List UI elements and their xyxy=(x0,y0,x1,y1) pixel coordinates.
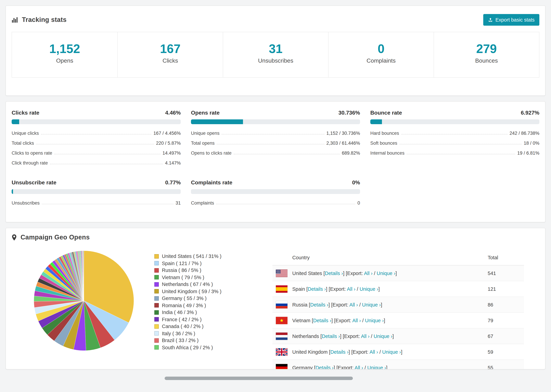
rate-row-value: 18 / 0% xyxy=(524,140,539,146)
stat-label: Unsubscribes xyxy=(223,57,328,64)
legend-label: Netherlands ( 67 / 4% ) xyxy=(162,282,213,287)
stat-clicks: 167Clicks xyxy=(117,32,223,77)
geo-legend: United States ( 541 / 31% )Spain ( 121 /… xyxy=(154,253,221,351)
details-link[interactable]: Details › xyxy=(325,270,343,276)
geo-table-header: Country Total xyxy=(272,250,524,266)
export-all-link[interactable]: All › xyxy=(364,270,373,276)
rate-row-hard-bounces: Hard bounces242 / 86.738% xyxy=(370,128,539,138)
flag-nl-icon xyxy=(276,332,288,340)
flag-gb-icon xyxy=(276,348,288,356)
country-name: United States xyxy=(292,270,322,276)
dotted-leader xyxy=(50,164,163,164)
stat-unsubscribes: 31Unsubscribes xyxy=(223,32,328,77)
legend-item-spain: Spain ( 121 / 7% ) xyxy=(154,260,221,267)
geo-row-united-states: United States [Details ›] [Export: All ›… xyxy=(272,266,524,281)
country-name: Spain xyxy=(292,286,305,292)
rate-row-value: 31 xyxy=(176,200,181,206)
legend-label: Romania ( 49 / 3% ) xyxy=(162,303,206,308)
details-link[interactable]: Details › xyxy=(310,302,328,307)
campaign-geo-opens-card: Campaign Geo Opens United States ( 541 /… xyxy=(6,228,545,369)
legend-item-united-kingdom: United Kingdom ( 59 / 3% ) xyxy=(154,288,221,295)
geo-header: Campaign Geo Opens xyxy=(6,228,545,244)
stat-bounces: 279Bounces xyxy=(434,32,539,77)
export-all-link[interactable]: All › xyxy=(349,302,358,307)
rate-row-total-clicks: Total clicks220 / 5.87% xyxy=(12,138,181,148)
legend-label: Italy ( 36 / 2% ) xyxy=(162,331,195,336)
legend-swatch xyxy=(154,317,159,322)
rate-row-label: Internal bounces xyxy=(370,151,404,156)
rates-grid: Clicks rate4.46%Unique clicks167 / 4.456… xyxy=(12,107,539,208)
rate-rows: Complaints0 xyxy=(191,198,360,208)
export-unique-link[interactable]: Unique › xyxy=(362,302,381,307)
rate-progress-fill xyxy=(12,119,19,124)
rate-title: Opens rate xyxy=(191,110,219,116)
details-link[interactable]: Details › xyxy=(330,349,348,355)
export-unique-link[interactable]: Unique › xyxy=(360,286,378,292)
dotted-leader xyxy=(217,144,324,144)
export-unique-link[interactable]: Unique › xyxy=(365,318,384,323)
rate-row-unique-clicks: Unique clicks167 / 4.456% xyxy=(12,128,181,138)
stat-value: 167 xyxy=(118,41,223,56)
legend-item-india: India ( 46 / 3% ) xyxy=(154,309,221,316)
legend-item-canada: Canada ( 40 / 2% ) xyxy=(154,323,221,330)
stat-opens: 1,152Opens xyxy=(12,32,117,77)
legend-swatch xyxy=(154,324,159,329)
rate-progress-bar xyxy=(12,119,181,124)
column-total: Total xyxy=(488,255,524,260)
rate-progress-bar xyxy=(12,189,181,194)
export-all-link[interactable]: All › xyxy=(352,318,361,323)
rate-title: Clicks rate xyxy=(12,110,39,116)
rate-row-unique-opens: Unique opens1,152 / 30.736% xyxy=(191,128,360,138)
flag-vn-icon xyxy=(276,317,288,324)
rate-row-internal-bounces: Internal bounces19 / 6.81% xyxy=(370,148,539,158)
rate-rows: Unique clicks167 / 4.456%Total clicks220… xyxy=(12,128,181,168)
details-link[interactable]: Details › xyxy=(322,333,340,339)
rate-rows: Unique opens1,152 / 30.736%Total opens2,… xyxy=(191,128,360,158)
geo-table-rows: United States [Details ›] [Export: All ›… xyxy=(272,266,524,369)
details-link[interactable]: Details › xyxy=(308,286,326,292)
rate-percent: 6.927% xyxy=(521,110,539,116)
rate-row-label: Unsubscribes xyxy=(12,200,40,206)
details-link[interactable]: Details › xyxy=(313,318,331,323)
legend-swatch xyxy=(154,338,159,343)
export-all-link[interactable]: All › xyxy=(347,286,355,292)
rate-row-value: 220 / 5.87% xyxy=(156,140,181,146)
rate-row-value: 2,303 / 61.446% xyxy=(326,140,360,146)
rate-row-label: Hard bounces xyxy=(370,131,399,136)
total-cell: 79 xyxy=(488,318,524,323)
stat-value: 1,152 xyxy=(12,41,117,56)
country-cell: United States [Details ›] [Export: All ›… xyxy=(292,270,488,276)
dotted-leader xyxy=(42,204,174,204)
export-unique-link[interactable]: Unique › xyxy=(367,365,386,369)
stats-summary-row: 1,152Opens167Clicks31Unsubscribes0Compla… xyxy=(12,32,539,78)
export-all-link[interactable]: All › xyxy=(354,365,363,369)
rate-panel-bounce-rate: Bounce rate6.927%Hard bounces242 / 86.73… xyxy=(370,107,539,168)
country-name: Netherlands xyxy=(292,333,319,339)
rate-row-value: 242 / 86.738% xyxy=(509,131,539,136)
export-unique-link[interactable]: Unique › xyxy=(374,333,393,339)
tracking-stats-header: Tracking stats Export basic stats xyxy=(6,6,545,32)
export-unique-link[interactable]: Unique › xyxy=(377,270,396,276)
dotted-leader xyxy=(54,154,160,154)
legend-swatch xyxy=(154,282,159,287)
dotted-leader xyxy=(407,154,515,154)
export-unique-link[interactable]: Unique › xyxy=(382,349,401,355)
horizontal-scrollbar[interactable] xyxy=(165,377,353,380)
location-pin-icon xyxy=(12,234,17,241)
rate-row-value: 0 xyxy=(357,200,360,206)
country-cell: Vietnam [Details ›] [Export: All › / Uni… xyxy=(292,318,488,323)
rates-card: Clicks rate4.46%Unique clicks167 / 4.456… xyxy=(6,101,545,222)
rate-row-label: Unique clicks xyxy=(12,131,39,136)
export-basic-stats-button[interactable]: Export basic stats xyxy=(483,14,539,26)
legend-item-brazil: Brazil ( 33 / 2% ) xyxy=(154,337,221,344)
export-all-link[interactable]: All › xyxy=(369,349,378,355)
geo-row-spain: Spain [Details ›] [Export: All › / Uniqu… xyxy=(272,281,524,297)
rate-progress-fill xyxy=(12,189,13,194)
rate-head: Unsubscribe rate0.77% xyxy=(12,180,181,186)
export-all-link[interactable]: All › xyxy=(361,333,369,339)
rate-head: Complaints rate0% xyxy=(191,180,360,186)
stat-label: Complaints xyxy=(329,57,434,64)
rate-panel-opens-rate: Opens rate30.736%Unique opens1,152 / 30.… xyxy=(191,107,360,168)
legend-item-south-africa: South Africa ( 29 / 2% ) xyxy=(154,344,221,351)
details-link[interactable]: Details › xyxy=(315,365,333,369)
